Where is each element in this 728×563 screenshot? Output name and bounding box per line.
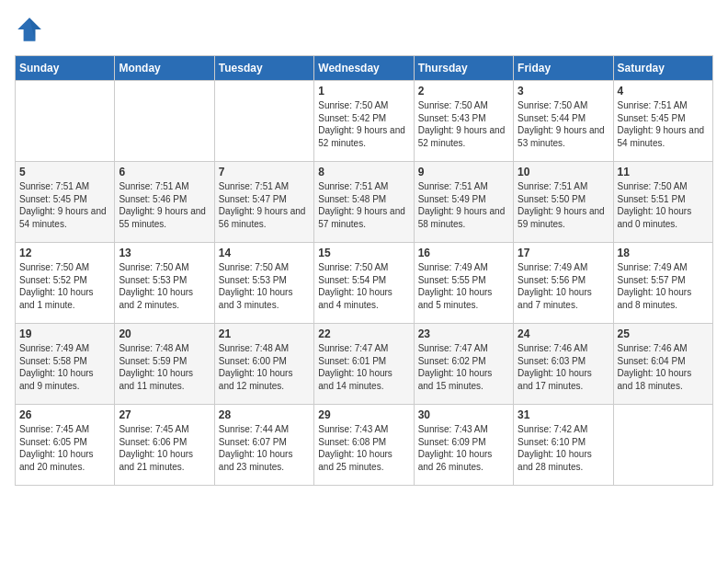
calendar-cell: 27Sunrise: 7:45 AM Sunset: 6:06 PM Dayli… xyxy=(115,405,214,486)
logo xyxy=(15,15,48,44)
calendar-cell: 17Sunrise: 7:49 AM Sunset: 5:56 PM Dayli… xyxy=(514,243,613,324)
day-number: 21 xyxy=(219,327,310,340)
day-number: 15 xyxy=(318,247,409,259)
day-info: Sunrise: 7:51 AM Sunset: 5:45 PM Dayligh… xyxy=(19,180,110,230)
day-number: 23 xyxy=(418,327,509,340)
day-number: 20 xyxy=(119,327,210,340)
day-info: Sunrise: 7:49 AM Sunset: 5:58 PM Dayligh… xyxy=(19,342,110,392)
calendar-cell: 30Sunrise: 7:43 AM Sunset: 6:09 PM Dayli… xyxy=(414,405,513,486)
day-number: 11 xyxy=(618,166,709,178)
calendar-cell: 8Sunrise: 7:51 AM Sunset: 5:48 PM Daylig… xyxy=(314,162,414,243)
weekday-header-friday: Friday xyxy=(514,56,613,81)
day-number: 4 xyxy=(618,85,709,98)
calendar-cell: 22Sunrise: 7:47 AM Sunset: 6:01 PM Dayli… xyxy=(314,324,414,405)
day-info: Sunrise: 7:50 AM Sunset: 5:51 PM Dayligh… xyxy=(618,180,709,230)
calendar-table: SundayMondayTuesdayWednesdayThursdayFrid… xyxy=(15,55,713,486)
day-number: 28 xyxy=(219,408,310,421)
calendar-cell: 9Sunrise: 7:51 AM Sunset: 5:49 PM Daylig… xyxy=(414,162,513,243)
page-header xyxy=(15,15,713,44)
day-info: Sunrise: 7:48 AM Sunset: 6:00 PM Dayligh… xyxy=(219,342,310,392)
day-info: Sunrise: 7:51 AM Sunset: 5:48 PM Dayligh… xyxy=(318,180,409,230)
day-number: 2 xyxy=(418,85,509,98)
day-number: 25 xyxy=(618,327,709,340)
calendar-cell: 16Sunrise: 7:49 AM Sunset: 5:55 PM Dayli… xyxy=(414,243,513,324)
day-number: 7 xyxy=(219,166,310,178)
calendar-cell: 23Sunrise: 7:47 AM Sunset: 6:02 PM Dayli… xyxy=(414,324,513,405)
day-info: Sunrise: 7:50 AM Sunset: 5:42 PM Dayligh… xyxy=(318,99,409,149)
day-info: Sunrise: 7:51 AM Sunset: 5:50 PM Dayligh… xyxy=(518,180,609,230)
day-number: 9 xyxy=(418,166,509,178)
day-info: Sunrise: 7:49 AM Sunset: 5:57 PM Dayligh… xyxy=(618,261,709,311)
day-info: Sunrise: 7:49 AM Sunset: 5:56 PM Dayligh… xyxy=(518,261,609,311)
day-number: 17 xyxy=(518,247,609,259)
weekday-header-wednesday: Wednesday xyxy=(314,56,414,81)
day-number: 18 xyxy=(618,247,709,259)
weekday-header-monday: Monday xyxy=(115,56,214,81)
weekday-header-saturday: Saturday xyxy=(613,56,712,81)
weekday-header-sunday: Sunday xyxy=(16,56,115,81)
calendar-cell xyxy=(115,81,214,162)
day-info: Sunrise: 7:51 AM Sunset: 5:45 PM Dayligh… xyxy=(618,99,709,149)
calendar-cell: 24Sunrise: 7:46 AM Sunset: 6:03 PM Dayli… xyxy=(514,324,613,405)
calendar-cell: 3Sunrise: 7:50 AM Sunset: 5:44 PM Daylig… xyxy=(514,81,613,162)
day-info: Sunrise: 7:49 AM Sunset: 5:55 PM Dayligh… xyxy=(418,261,509,311)
calendar-cell: 1Sunrise: 7:50 AM Sunset: 5:42 PM Daylig… xyxy=(314,81,414,162)
day-info: Sunrise: 7:51 AM Sunset: 5:49 PM Dayligh… xyxy=(418,180,509,230)
day-info: Sunrise: 7:48 AM Sunset: 5:59 PM Dayligh… xyxy=(119,342,210,392)
day-number: 10 xyxy=(518,166,609,178)
calendar-week-row: 26Sunrise: 7:45 AM Sunset: 6:05 PM Dayli… xyxy=(16,405,713,486)
day-number: 13 xyxy=(119,247,210,259)
calendar-cell: 7Sunrise: 7:51 AM Sunset: 5:47 PM Daylig… xyxy=(214,162,313,243)
day-number: 5 xyxy=(19,166,110,178)
day-number: 16 xyxy=(418,247,509,259)
calendar-cell: 29Sunrise: 7:43 AM Sunset: 6:08 PM Dayli… xyxy=(314,405,414,486)
calendar-cell: 5Sunrise: 7:51 AM Sunset: 5:45 PM Daylig… xyxy=(16,162,115,243)
day-number: 1 xyxy=(318,85,409,98)
day-number: 29 xyxy=(318,408,409,421)
day-info: Sunrise: 7:45 AM Sunset: 6:05 PM Dayligh… xyxy=(19,423,110,473)
day-info: Sunrise: 7:46 AM Sunset: 6:04 PM Dayligh… xyxy=(618,342,709,392)
day-info: Sunrise: 7:50 AM Sunset: 5:52 PM Dayligh… xyxy=(19,261,110,311)
day-number: 22 xyxy=(318,327,409,340)
calendar-week-row: 5Sunrise: 7:51 AM Sunset: 5:45 PM Daylig… xyxy=(16,162,713,243)
day-number: 31 xyxy=(518,408,609,421)
day-info: Sunrise: 7:43 AM Sunset: 6:09 PM Dayligh… xyxy=(418,423,509,473)
calendar-week-row: 19Sunrise: 7:49 AM Sunset: 5:58 PM Dayli… xyxy=(16,324,713,405)
calendar-week-row: 1Sunrise: 7:50 AM Sunset: 5:42 PM Daylig… xyxy=(16,81,713,162)
calendar-cell: 28Sunrise: 7:44 AM Sunset: 6:07 PM Dayli… xyxy=(214,405,313,486)
calendar-cell: 31Sunrise: 7:42 AM Sunset: 6:10 PM Dayli… xyxy=(514,405,613,486)
calendar-cell: 14Sunrise: 7:50 AM Sunset: 5:53 PM Dayli… xyxy=(214,243,313,324)
calendar-cell: 25Sunrise: 7:46 AM Sunset: 6:04 PM Dayli… xyxy=(613,324,712,405)
day-info: Sunrise: 7:50 AM Sunset: 5:43 PM Dayligh… xyxy=(418,99,509,149)
day-info: Sunrise: 7:47 AM Sunset: 6:01 PM Dayligh… xyxy=(318,342,409,392)
calendar-cell: 21Sunrise: 7:48 AM Sunset: 6:00 PM Dayli… xyxy=(214,324,313,405)
day-number: 12 xyxy=(19,247,110,259)
day-number: 30 xyxy=(418,408,509,421)
day-info: Sunrise: 7:50 AM Sunset: 5:53 PM Dayligh… xyxy=(219,261,310,311)
calendar-cell: 19Sunrise: 7:49 AM Sunset: 5:58 PM Dayli… xyxy=(16,324,115,405)
calendar-cell: 18Sunrise: 7:49 AM Sunset: 5:57 PM Dayli… xyxy=(613,243,712,324)
day-number: 14 xyxy=(219,247,310,259)
day-info: Sunrise: 7:51 AM Sunset: 5:46 PM Dayligh… xyxy=(119,180,210,230)
calendar-cell: 10Sunrise: 7:51 AM Sunset: 5:50 PM Dayli… xyxy=(514,162,613,243)
day-info: Sunrise: 7:47 AM Sunset: 6:02 PM Dayligh… xyxy=(418,342,509,392)
calendar-cell: 20Sunrise: 7:48 AM Sunset: 5:59 PM Dayli… xyxy=(115,324,214,405)
day-info: Sunrise: 7:42 AM Sunset: 6:10 PM Dayligh… xyxy=(518,423,609,473)
weekday-header-thursday: Thursday xyxy=(414,56,513,81)
calendar-week-row: 12Sunrise: 7:50 AM Sunset: 5:52 PM Dayli… xyxy=(16,243,713,324)
calendar-cell: 2Sunrise: 7:50 AM Sunset: 5:43 PM Daylig… xyxy=(414,81,513,162)
day-info: Sunrise: 7:51 AM Sunset: 5:47 PM Dayligh… xyxy=(219,180,310,230)
day-number: 26 xyxy=(19,408,110,421)
calendar-cell: 15Sunrise: 7:50 AM Sunset: 5:54 PM Dayli… xyxy=(314,243,414,324)
day-info: Sunrise: 7:50 AM Sunset: 5:53 PM Dayligh… xyxy=(119,261,210,311)
day-number: 8 xyxy=(318,166,409,178)
day-number: 27 xyxy=(119,408,210,421)
day-number: 3 xyxy=(518,85,609,98)
day-info: Sunrise: 7:45 AM Sunset: 6:06 PM Dayligh… xyxy=(119,423,210,473)
weekday-header-row: SundayMondayTuesdayWednesdayThursdayFrid… xyxy=(16,56,713,81)
day-info: Sunrise: 7:46 AM Sunset: 6:03 PM Dayligh… xyxy=(518,342,609,392)
day-info: Sunrise: 7:50 AM Sunset: 5:44 PM Dayligh… xyxy=(518,99,609,149)
calendar-cell: 26Sunrise: 7:45 AM Sunset: 6:05 PM Dayli… xyxy=(16,405,115,486)
calendar-cell: 11Sunrise: 7:50 AM Sunset: 5:51 PM Dayli… xyxy=(613,162,712,243)
calendar-cell xyxy=(214,81,313,162)
